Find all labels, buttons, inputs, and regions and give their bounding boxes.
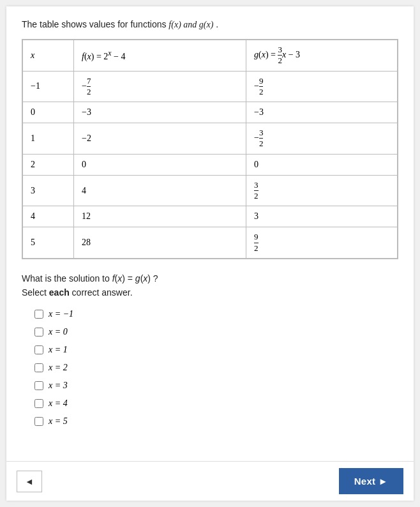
frac-3-2: 32 (259, 128, 264, 149)
option-label-x-neg1: x = −1 (49, 309, 73, 319)
option-x-2[interactable]: x = 2 (34, 363, 398, 373)
cell-x: 5 (23, 227, 74, 259)
table-row: 2 0 0 (23, 154, 398, 175)
cell-gx: 32 (246, 175, 398, 206)
frac-7-2: 72 (87, 77, 91, 97)
cell-fx: 12 (74, 206, 246, 227)
cell-fx: −3 (74, 102, 246, 123)
function-notation: f(x) and g(x) (169, 20, 213, 29)
checkbox-x-neg1[interactable] (34, 310, 43, 319)
table-row: 4 12 3 (23, 206, 398, 227)
cell-gx: −3 (246, 102, 398, 123)
option-x-5[interactable]: x = 5 (34, 416, 398, 427)
col-header-gx: g(x) = 32x − 3 (246, 40, 398, 72)
question-text: What is the solution to f(x) = g(x) ? (22, 273, 398, 284)
data-table: x f(x) = 2x − 4 g(x) = 32x − 3 −1 −72 (22, 40, 398, 259)
option-x-1[interactable]: x = 1 (34, 345, 398, 355)
cell-x: 1 (23, 123, 74, 155)
cell-x: 3 (23, 175, 74, 206)
option-label-x-2: x = 2 (49, 363, 68, 373)
answer-options: x = −1 x = 0 x = 1 x = 2 x = 3 x = 4 x =… (34, 309, 398, 427)
cell-gx: 92 (246, 227, 398, 259)
cell-x: −1 (23, 71, 74, 102)
cell-fx: −2 (74, 123, 246, 155)
intro-text: The table shows values for functions f(x… (22, 19, 398, 30)
option-label-x-5: x = 5 (49, 416, 68, 427)
frac-9-2: 92 (259, 77, 264, 97)
option-x-0[interactable]: x = 0 (34, 327, 398, 337)
cell-fx: −72 (74, 71, 246, 102)
cell-gx: 0 (246, 154, 398, 175)
cell-fx: 28 (74, 227, 246, 259)
table-row: 1 −2 −32 (23, 123, 398, 155)
cell-x: 4 (23, 206, 74, 227)
cell-gx: −92 (246, 71, 398, 102)
option-label-x-4: x = 4 (49, 398, 68, 409)
option-x-4[interactable]: x = 4 (34, 398, 398, 409)
checkbox-x-5[interactable] (34, 417, 43, 426)
cell-fx: 0 (74, 154, 246, 175)
table-header-row: x f(x) = 2x − 4 g(x) = 32x − 3 (23, 40, 398, 72)
checkbox-x-1[interactable] (34, 345, 43, 354)
col-header-x: x (23, 40, 74, 72)
checkbox-x-4[interactable] (34, 399, 43, 408)
frac-3-2-pos: 32 (254, 181, 259, 201)
data-table-wrapper: x f(x) = 2x − 4 g(x) = 32x − 3 −1 −72 (22, 39, 398, 259)
page-container: The table shows values for functions f(x… (6, 6, 414, 501)
table-row: −1 −72 −92 (23, 71, 398, 102)
cell-gx: −32 (246, 123, 398, 155)
table-row: 0 −3 −3 (23, 102, 398, 123)
table-row: 3 4 32 (23, 175, 398, 206)
footer: ◄ Next ► (6, 461, 414, 501)
next-button[interactable]: Next ► (339, 468, 403, 494)
cell-x: 0 (23, 102, 74, 123)
cell-x: 2 (23, 154, 74, 175)
table-row: 5 28 92 (23, 227, 398, 259)
select-instruction: Select each correct answer. (22, 287, 398, 298)
checkbox-x-0[interactable] (34, 328, 43, 337)
checkbox-x-3[interactable] (34, 381, 43, 390)
back-button[interactable]: ◄ (17, 471, 42, 492)
col-header-fx: f(x) = 2x − 4 (74, 40, 246, 72)
option-label-x-3: x = 3 (49, 381, 68, 391)
option-label-x-1: x = 1 (49, 345, 68, 355)
cell-fx: 4 (74, 175, 246, 206)
option-x-neg1[interactable]: x = −1 (34, 309, 398, 319)
checkbox-x-2[interactable] (34, 363, 43, 372)
each-bold: each (49, 287, 70, 298)
option-label-x-0: x = 0 (49, 327, 68, 337)
frac-9-2-pos: 92 (254, 232, 259, 253)
option-x-3[interactable]: x = 3 (34, 381, 398, 391)
cell-gx: 3 (246, 206, 398, 227)
